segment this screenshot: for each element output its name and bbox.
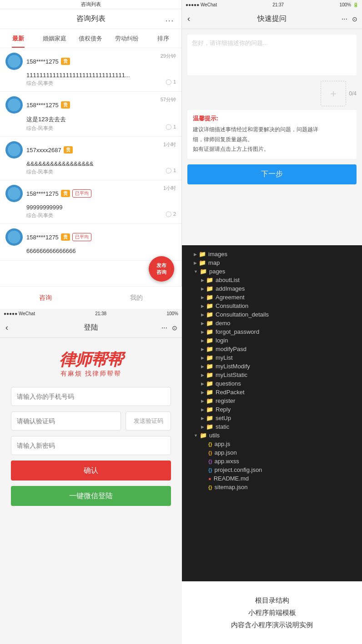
tab-sort[interactable]: 排序: [145, 29, 181, 48]
tree-item[interactable]: {}app.json: [182, 448, 362, 457]
category-text: 综合-民事类: [5, 125, 176, 132]
folder-icon: 📁: [206, 380, 213, 387]
avatar: [5, 53, 23, 70]
tab-marriage[interactable]: 婚姻家庭: [36, 29, 73, 48]
next-step-button[interactable]: 下一步: [187, 164, 357, 184]
folder-icon: 📁: [206, 277, 213, 283]
tree-item[interactable]: ▶📁Reply: [182, 405, 362, 414]
right-status-bar: ●●●●● WeChat 21:37 100% 🔋: [182, 0, 362, 9]
login-title-text: 登陆: [84, 323, 98, 332]
back-icon[interactable]: ‹: [187, 14, 190, 24]
tree-arrow: ▶: [201, 407, 204, 412]
camera-icon[interactable]: ⊙: [352, 15, 357, 23]
tree-item-name: app.wxss: [215, 458, 239, 465]
tree-item[interactable]: {}app.wxss: [182, 457, 362, 466]
tree-item[interactable]: ▶📁addImages: [182, 284, 362, 293]
tree-item[interactable]: ▶📁aboutList: [182, 276, 362, 284]
unread-count: 2: [173, 211, 176, 217]
file-icon: ●: [208, 476, 211, 481]
left-title-bar: 咨询列表 ...: [0, 9, 181, 29]
tree-item[interactable]: ▶📁RedPacket: [182, 388, 362, 396]
time-label: 57分钟: [161, 96, 176, 103]
tree-item[interactable]: ●README.md: [182, 474, 362, 483]
tree-item[interactable]: {}sitemap.json: [182, 483, 362, 491]
confirm-button[interactable]: 确认: [11, 461, 171, 481]
user-name: 157xxxx2687: [26, 147, 61, 154]
left-status-bar: 咨询列表: [0, 0, 181, 9]
tree-item-name: setUp: [216, 415, 231, 421]
tree-item[interactable]: ▶📁forgot_password: [182, 327, 362, 336]
bottom-tab-mine[interactable]: 我的: [91, 287, 182, 309]
folder-icon: 📁: [206, 328, 213, 335]
left-more-dots[interactable]: ...: [166, 15, 174, 23]
question-textarea[interactable]: 您好，请详细描述你的问题...: [187, 35, 357, 75]
upload-image-button[interactable]: ＋: [321, 81, 346, 106]
tree-item[interactable]: ▶📁Consultation: [182, 302, 362, 310]
password-input[interactable]: [11, 436, 171, 455]
tab-latest[interactable]: 最新: [0, 29, 36, 48]
login-camera-icon[interactable]: ⊙: [172, 324, 177, 332]
user-name: 158****1275: [26, 234, 59, 241]
tree-arrow: ▶: [201, 278, 204, 282]
phone-input[interactable]: [11, 387, 171, 406]
tree-item-name: Reply: [216, 406, 231, 413]
login-back-icon[interactable]: ‹: [5, 323, 8, 332]
tree-item[interactable]: ▶📁static: [182, 422, 362, 431]
list-item[interactable]: 158****1275 贵 11111111111111111111111111…: [0, 48, 181, 92]
list-item[interactable]: 158****1275 贵 已平均 99999999999 综合-民事类 1小时…: [0, 180, 181, 224]
logo-sub-text: 有麻烦 找律师帮帮: [0, 370, 182, 378]
tree-arrow: ▶: [201, 381, 204, 386]
tree-item[interactable]: ▶📁modifyPasd: [182, 345, 362, 353]
tree-item[interactable]: {}app.js: [182, 440, 362, 448]
tree-arrow: ▶: [201, 330, 204, 334]
bottom-tab-consultation[interactable]: 咨询: [0, 287, 91, 309]
tree-item[interactable]: ▶📁Consultation_details: [182, 310, 362, 319]
tree-item[interactable]: ▶📁Agreement: [182, 293, 362, 302]
warm-tips-box: 温馨提示: 建议详细描述事情经过和需要解决的问题，问题越详 细，律师回复质量越高…: [187, 110, 357, 159]
tab-bar: 最新 婚姻家庭 债权债务 劳动纠纷 排序: [0, 29, 181, 48]
tree-item[interactable]: ▶📁myList: [182, 353, 362, 362]
tree-arrow: ▶: [201, 287, 204, 291]
unread-count: 1: [173, 124, 176, 129]
list-item[interactable]: 157xxxx2687 贵 &&&&&&&&&&&&&&&&& 综合-民事类 1…: [0, 137, 181, 180]
logo-area: 律师帮帮 有麻烦 找律师帮帮: [0, 338, 182, 387]
send-code-button[interactable]: 发送验证码: [126, 411, 171, 431]
tree-item[interactable]: ▶📁register: [182, 396, 362, 405]
tree-item-name: forgot_password: [216, 328, 259, 335]
tree-item[interactable]: ▶📁myListStatic: [182, 371, 362, 379]
tree-arrow: ▶: [201, 295, 204, 300]
tree-arrow: ▶: [201, 390, 204, 395]
wechat-login-button[interactable]: 一键微信登陆: [11, 486, 171, 506]
tree-item[interactable]: ▶📁questions: [182, 379, 362, 388]
left-title: 咨询列表: [81, 1, 101, 8]
folder-icon: 📁: [206, 397, 213, 404]
right-more-dots[interactable]: ···: [342, 15, 347, 23]
logo-main-text: 律师帮帮: [0, 352, 182, 368]
tab-labor[interactable]: 劳动纠纷: [109, 29, 145, 48]
tree-item[interactable]: ▶📁login: [182, 336, 362, 345]
tree-item[interactable]: ▶📁images: [182, 250, 362, 258]
folder-icon: 📁: [206, 311, 213, 318]
time-display: 21:37: [272, 2, 284, 7]
tree-item[interactable]: ▶📁myListModify: [182, 362, 362, 371]
tree-item-name: demo: [216, 320, 231, 327]
tree-item[interactable]: ▶📁map: [182, 258, 362, 267]
verify-code-input[interactable]: [11, 411, 121, 431]
desc-line2: 小程序前端模板: [248, 609, 296, 617]
tree-item[interactable]: {}project.config.json: [182, 466, 362, 474]
tree-item-name: app.js: [215, 441, 231, 447]
signal-area: ●●●●● WeChat: [186, 2, 217, 7]
tips-line3: 如有证据请点击上方上传图片。: [193, 146, 269, 152]
tree-item-name: images: [208, 251, 227, 258]
message-text: 111111111111111111111111111111...: [5, 72, 142, 79]
tab-debt[interactable]: 债权债务: [73, 29, 109, 48]
publish-consultation-fab[interactable]: 发布 咨询: [149, 256, 174, 282]
tree-item[interactable]: ▼📁utils: [182, 431, 362, 440]
message-text: &&&&&&&&&&&&&&&&&: [5, 160, 142, 167]
tree-item[interactable]: ▶📁demo: [182, 319, 362, 327]
list-item[interactable]: 158****1275 贵 这是123去去去 综合-民事类 57分钟 ◯ 1: [0, 92, 181, 137]
list-item[interactable]: 158****1275 贵 已平均 666666666666666: [0, 224, 181, 261]
login-more-dots[interactable]: ···: [161, 324, 167, 332]
tree-item[interactable]: ▼📁pages: [182, 267, 362, 276]
tree-item[interactable]: ▶📁setUp: [182, 414, 362, 422]
